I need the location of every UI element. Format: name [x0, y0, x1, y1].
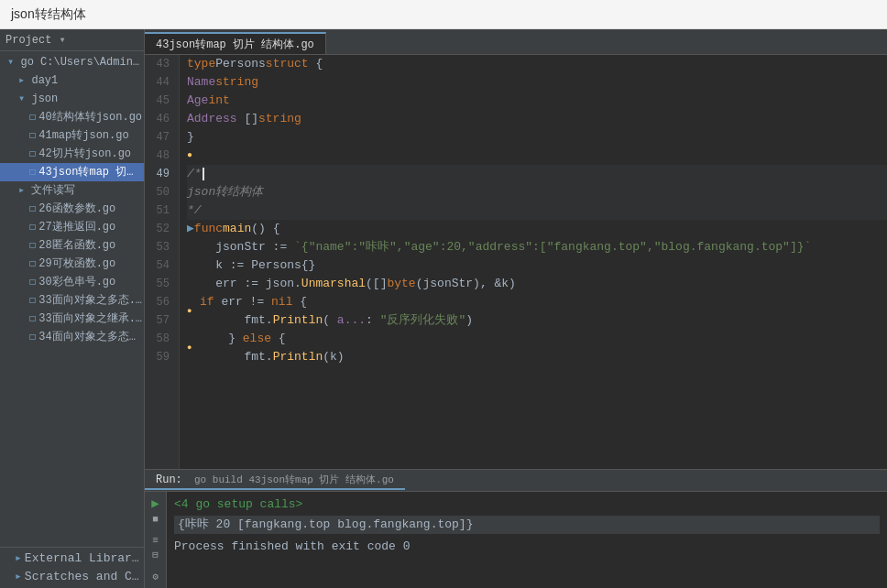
line-number-58: 58: [145, 330, 173, 348]
sidebar-item-file30[interactable]: ◻30彩色串号.go: [0, 273, 144, 291]
sidebar-item-file28[interactable]: ◻28匿名函数.go: [0, 236, 144, 255]
sidebar-item-file26[interactable]: ◻26函数参数.go: [0, 200, 144, 218]
run-main: ▶ ■ ≡ ⊟ ⚙ <4 go setup calls> {咔咔 20 [fan…: [145, 492, 887, 588]
run-panel: Run: go build 43json转map 切片 结构体.go ▶ ■ ≡…: [145, 469, 887, 588]
sidebar-item-json[interactable]: ▾ json: [0, 90, 144, 108]
line-number-53: 53: [145, 238, 173, 256]
code-line-49: /*: [187, 165, 887, 183]
sidebar-item-folder-files[interactable]: ▸ 文件读写: [0, 181, 144, 200]
page-title-bar: json转结构体: [0, 0, 887, 29]
left-run-toolbar: ▶ ■ ≡ ⊟ ⚙: [145, 492, 167, 588]
run-line-setup: <4 go setup calls>: [174, 495, 880, 514]
line-number-54: 54: [145, 256, 173, 275]
line-number-45: 45: [145, 92, 173, 110]
code-line-47: }: [187, 128, 887, 147]
line-number-57: 57: [145, 311, 173, 330]
code-content[interactable]: type Persons struct { Name string Age in…: [180, 55, 887, 469]
sidebar-item-scratches[interactable]: ▸Scratches and Consoles: [0, 568, 144, 586]
project-header[interactable]: Project ▾: [0, 29, 144, 51]
sidebar-item-file43[interactable]: ◻43json转map 切片 结构体.go: [0, 163, 144, 181]
line-number-59: 59: [145, 348, 173, 366]
run-content: <4 go setup calls> {咔咔 20 [fangkang.top …: [167, 492, 887, 588]
sidebar-bottom: ▸External Libraries ▸Scratches and Conso…: [0, 547, 144, 588]
line-number-44: 44: [145, 73, 173, 92]
line-numbers: 4344454647484950515253545556575859: [145, 55, 180, 469]
main-layout: Project ▾ ▾ go C:\Users\Administrator\De…: [0, 29, 887, 588]
editor-tab-main[interactable]: 43json转map 切片 结构体.go: [145, 32, 326, 54]
line-number-52: 52: [145, 220, 173, 238]
code-line-52: ▶ func main() {: [187, 220, 887, 238]
sidebar-item-ext-libs[interactable]: ▸External Libraries: [0, 550, 144, 568]
code-line-59: fmt.Println(k): [187, 348, 887, 366]
sidebar-item-file33b[interactable]: ◻33面向对象之继承.go: [0, 310, 144, 328]
project-label: Project: [5, 34, 51, 47]
run-stop-button[interactable]: ■: [152, 514, 159, 525]
line-number-47: 47: [145, 128, 173, 147]
code-line-58: ● } else {: [187, 330, 887, 348]
code-line-46: Address []string: [187, 110, 887, 128]
file-tree: ▾ go C:\Users\Administrator\Deskt...▸ da…: [0, 51, 144, 547]
sidebar-item-file33a[interactable]: ◻33面向对象之多态.go: [0, 291, 144, 310]
sidebar-item-file29[interactable]: ◻29可枚函数.go: [0, 255, 144, 273]
line-number-48: 48: [145, 147, 173, 165]
sidebar-item-file40[interactable]: ◻40结构体转json.go: [0, 108, 144, 126]
line-number-46: 46: [145, 110, 173, 128]
page-title: json转结构体: [11, 6, 86, 23]
code-line-44: Name string: [187, 73, 887, 92]
sidebar-item-file41[interactable]: ◻41map转json.go: [0, 126, 144, 145]
sidebar-item-day1[interactable]: ▸ day1: [0, 71, 144, 90]
code-line-50: json转结构体: [187, 183, 887, 201]
code-line-55: err := json.Unmarshal([]byte(jsonStr), &…: [187, 275, 887, 293]
code-line-48: ●: [187, 147, 887, 165]
run-settings-button[interactable]: ⚙: [152, 571, 159, 583]
content-area: 43json转map 切片 结构体.go 4344454647484950515…: [145, 29, 887, 588]
tab-bar: 43json转map 切片 结构体.go: [145, 29, 887, 55]
code-line-56: ● if err != nil {: [187, 293, 887, 311]
line-number-50: 50: [145, 183, 173, 201]
line-number-51: 51: [145, 201, 173, 220]
code-line-54: k := Persons{}: [187, 256, 887, 275]
line-number-55: 55: [145, 275, 173, 293]
run-line-output: {咔咔 20 [fangkang.top blog.fangkang.top]}: [174, 516, 880, 534]
run-tab[interactable]: Run: go build 43json转map 切片 结构体.go: [145, 471, 405, 490]
sidebar-item-file42[interactable]: ◻42切片转json.go: [0, 145, 144, 163]
line-number-43: 43: [145, 55, 173, 73]
sidebar-item-go-root[interactable]: ▾ go C:\Users\Administrator\Deskt...: [0, 53, 144, 71]
sidebar-item-file34[interactable]: ◻34面向对象之多态类图新算.go: [0, 328, 144, 346]
run-line-status: Process finished with exit code 0: [174, 538, 880, 556]
editor-area[interactable]: 4344454647484950515253545556575859 type …: [145, 55, 887, 469]
line-number-49: 49: [145, 165, 173, 183]
tab-label: 43json转map 切片 结构体.go: [156, 37, 314, 52]
code-line-57: fmt.Println( a...: "反序列化失败"): [187, 311, 887, 330]
run-clear-button[interactable]: ⊟: [152, 549, 159, 561]
sidebar: Project ▾ ▾ go C:\Users\Administrator\De…: [0, 29, 145, 588]
code-line-45: Age int: [187, 92, 887, 110]
code-line-53: jsonStr := `{"name":"咔咔","age":20,"addre…: [187, 238, 887, 256]
line-number-56: 56: [145, 293, 173, 311]
run-tab-bar: Run: go build 43json转map 切片 结构体.go: [145, 470, 887, 492]
run-play-button[interactable]: ▶: [151, 495, 159, 511]
run-scroll-button[interactable]: ≡: [152, 535, 159, 546]
sidebar-item-file27[interactable]: ◻27递推返回.go: [0, 218, 144, 236]
code-line-51: */: [187, 201, 887, 220]
code-line-43: type Persons struct {: [187, 55, 887, 73]
